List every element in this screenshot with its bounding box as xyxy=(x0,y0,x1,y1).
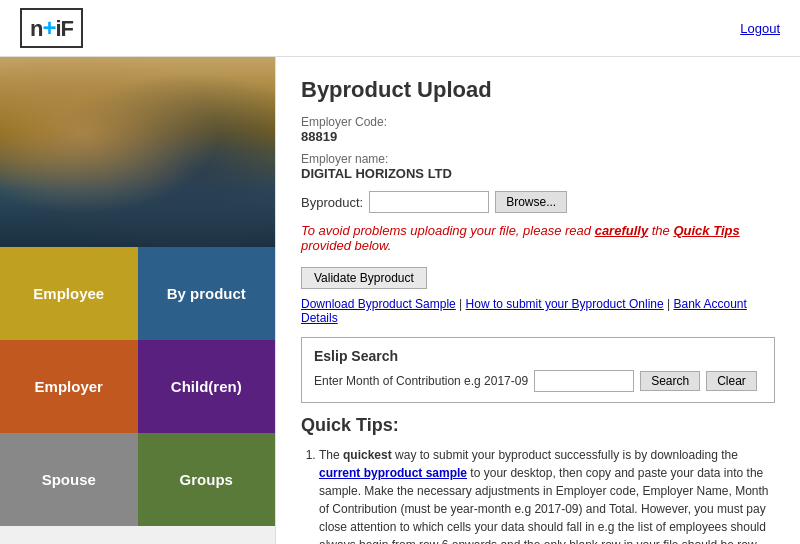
browse-button[interactable]: Browse... xyxy=(495,191,567,213)
sidebar: Employee By product Employer Child(ren) … xyxy=(0,57,275,544)
warning-text-middle: the xyxy=(648,223,673,238)
validate-byproduct-button[interactable]: Validate Byproduct xyxy=(301,267,427,289)
link-separator-1: | xyxy=(456,297,466,311)
employer-code-label: Employer Code: xyxy=(301,115,775,129)
download-sample-link[interactable]: Download Byproduct Sample xyxy=(301,297,456,311)
top-bar: n+iF Logout xyxy=(0,0,800,57)
employer-code-value: 88819 xyxy=(301,129,775,144)
content-area: Byproduct Upload Employer Code: 88819 Em… xyxy=(275,57,800,544)
submit-online-link[interactable]: How to submit your Byproduct Online xyxy=(466,297,664,311)
page-title: Byproduct Upload xyxy=(301,77,775,103)
current-byproduct-sample-link[interactable]: current byproduct sample xyxy=(319,466,467,480)
sidebar-grid: Employee By product Employer Child(ren) … xyxy=(0,247,275,526)
warning-text: To avoid problems uploading your file, p… xyxy=(301,223,775,253)
eslip-search-box: Eslip Search Enter Month of Contribution… xyxy=(301,337,775,403)
tip1-bold: quickest xyxy=(343,448,392,462)
employer-name-value: DIGITAL HORIZONS LTD xyxy=(301,166,775,181)
sidebar-photo xyxy=(0,57,275,247)
warning-text-before: To avoid problems uploading your file, p… xyxy=(301,223,595,238)
sidebar-item-employee[interactable]: Employee xyxy=(0,247,138,340)
logout-link[interactable]: Logout xyxy=(740,21,780,36)
byproduct-label: Byproduct: xyxy=(301,195,363,210)
byproduct-input[interactable] xyxy=(369,191,489,213)
employer-name-label: Employer name: xyxy=(301,152,775,166)
sidebar-item-children[interactable]: Child(ren) xyxy=(138,340,276,433)
quick-tips-link[interactable]: Quick Tips xyxy=(673,223,739,238)
quick-tips-title: Quick Tips: xyxy=(301,415,775,436)
tip1-link-text: current byproduct sample xyxy=(319,466,467,480)
quick-tips-list: The quickest way to submit your byproduc… xyxy=(301,446,775,544)
byproduct-row: Byproduct: Browse... xyxy=(301,191,775,213)
sidebar-item-spouse[interactable]: Spouse xyxy=(0,433,138,526)
eslip-month-input[interactable] xyxy=(534,370,634,392)
eslip-title: Eslip Search xyxy=(314,348,762,364)
links-row: Download Byproduct Sample | How to submi… xyxy=(301,297,775,325)
eslip-search-button[interactable]: Search xyxy=(640,371,700,391)
tip1-text-before: The xyxy=(319,448,343,462)
link-separator-2: | xyxy=(664,297,674,311)
logo: n+iF xyxy=(20,8,83,48)
eslip-label: Enter Month of Contribution e.g 2017-09 xyxy=(314,374,528,388)
carefully-link[interactable]: carefully xyxy=(595,223,648,238)
sidebar-item-byproduct[interactable]: By product xyxy=(138,247,276,340)
sidebar-item-groups[interactable]: Groups xyxy=(138,433,276,526)
tip1-text-middle: way to submit your byproduct successfull… xyxy=(392,448,738,462)
main-container: Employee By product Employer Child(ren) … xyxy=(0,57,800,544)
logo-image: n+iF xyxy=(20,8,83,48)
warning-text-after: provided below. xyxy=(301,238,391,253)
quick-tip-1: The quickest way to submit your byproduc… xyxy=(319,446,775,544)
eslip-row: Enter Month of Contribution e.g 2017-09 … xyxy=(314,370,762,392)
eslip-clear-button[interactable]: Clear xyxy=(706,371,757,391)
sidebar-item-employer[interactable]: Employer xyxy=(0,340,138,433)
logo-cross: + xyxy=(42,14,55,41)
sidebar-photo-inner xyxy=(0,57,275,247)
